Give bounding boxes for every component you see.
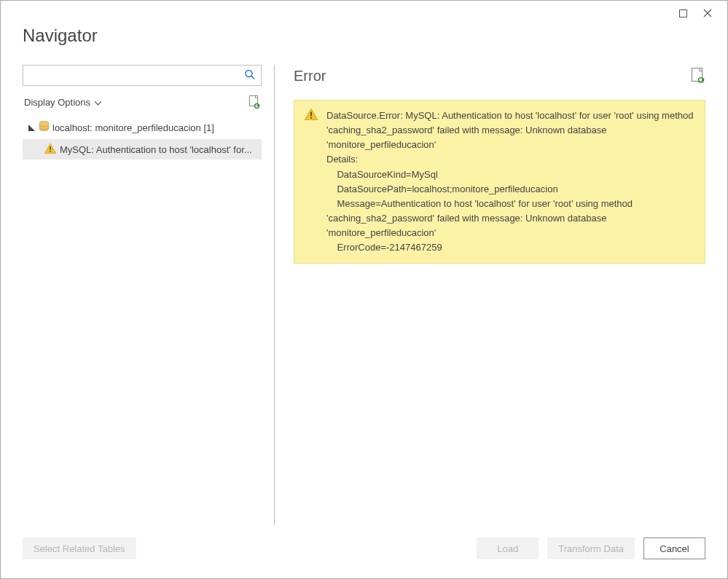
footer: Select Related Tables Load Transform Dat… — [1, 524, 727, 578]
svg-rect-7 — [50, 151, 51, 152]
refresh-preview-button[interactable] — [246, 94, 262, 110]
svg-line-2 — [251, 76, 254, 79]
display-options-label: Display Options — [24, 97, 90, 108]
chevron-down-icon — [95, 97, 101, 108]
error-box: DataSource.Error: MySQL: Authentication … — [294, 100, 705, 264]
expander-icon[interactable] — [27, 123, 36, 132]
svg-rect-8 — [692, 68, 702, 82]
display-options-dropdown[interactable]: Display Options — [24, 97, 101, 108]
navigator-dialog: Navigator Display Options — [0, 0, 728, 579]
search-input[interactable] — [23, 65, 262, 86]
warning-icon — [44, 143, 56, 156]
svg-rect-6 — [50, 146, 51, 150]
titlebar — [1, 1, 727, 23]
dialog-title: Navigator — [23, 25, 705, 46]
left-pane: Display Options — [23, 65, 274, 524]
load-button[interactable]: Load — [477, 537, 539, 559]
cancel-button[interactable]: Cancel — [643, 537, 705, 559]
tree-root-row[interactable]: localhost: monitore_perfileducacion [1] — [23, 117, 262, 138]
select-related-tables-button[interactable]: Select Related Tables — [23, 537, 136, 559]
refresh-data-button[interactable] — [689, 68, 705, 84]
maximize-button[interactable] — [670, 5, 695, 21]
svg-rect-3 — [249, 95, 257, 106]
search-icon[interactable] — [244, 69, 256, 83]
database-icon — [39, 121, 49, 134]
search-wrap — [23, 65, 262, 87]
right-header: Error — [294, 65, 705, 87]
warning-icon — [305, 109, 318, 255]
right-pane: Error — [275, 65, 705, 524]
square-icon — [679, 9, 687, 17]
transform-data-button[interactable]: Transform Data — [547, 537, 635, 559]
dialog-body: Display Options — [1, 55, 727, 524]
tree-root-label: localhost: monitore_perfileducacion [1] — [52, 122, 214, 133]
right-title: Error — [294, 68, 326, 84]
svg-rect-10 — [310, 112, 312, 117]
close-button[interactable] — [695, 5, 720, 21]
svg-rect-11 — [310, 117, 312, 119]
dialog-header: Navigator — [1, 23, 727, 55]
tree-child-row[interactable]: MySQL: Authentication to host 'localhost… — [23, 139, 262, 159]
display-options-row: Display Options — [23, 94, 262, 110]
close-icon — [703, 9, 712, 17]
page-refresh-icon — [690, 68, 705, 84]
tree-child-label: MySQL: Authentication to host 'localhost… — [60, 144, 252, 155]
svg-point-1 — [246, 71, 252, 77]
footer-right: Load Transform Data Cancel — [477, 537, 705, 559]
error-message: DataSource.Error: MySQL: Authentication … — [326, 109, 694, 255]
svg-rect-0 — [679, 9, 686, 17]
page-refresh-icon — [248, 95, 260, 109]
nav-tree: localhost: monitore_perfileducacion [1] … — [23, 117, 262, 159]
